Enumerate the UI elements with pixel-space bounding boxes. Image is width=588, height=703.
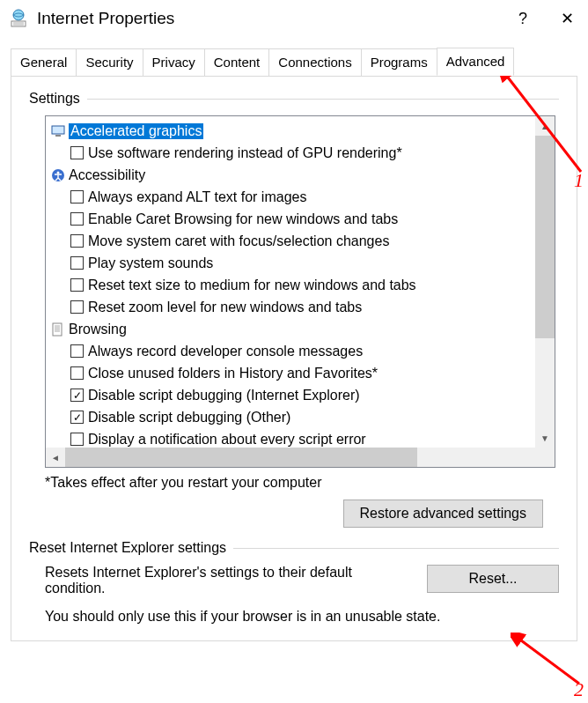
svg-rect-5 [55, 135, 61, 137]
annotation-arrow-2 [511, 633, 588, 694]
divider [233, 548, 559, 549]
tree-option[interactable]: Disable script debugging (Internet Explo… [48, 384, 514, 406]
tab-connections[interactable]: Connections [268, 48, 361, 77]
category-label: Accessibility [69, 167, 145, 183]
tab-content[interactable]: Content [204, 48, 270, 77]
svg-rect-4 [52, 126, 64, 134]
option-label: Reset text size to medium for new window… [88, 278, 416, 293]
tab-privacy[interactable]: Privacy [143, 48, 205, 77]
tree-option[interactable]: Play system sounds [48, 252, 514, 274]
tree-option[interactable]: Disable script debugging (Other) [48, 406, 514, 428]
checkbox[interactable] [70, 256, 84, 270]
tab-bar: General Security Privacy Content Connect… [11, 48, 577, 76]
scroll-down-icon[interactable]: ▼ [535, 428, 555, 448]
tree-option[interactable]: Reset text size to medium for new window… [48, 274, 514, 296]
checkbox[interactable] [70, 366, 84, 380]
tree-option[interactable]: Always expand ALT text for images [48, 186, 514, 208]
checkbox[interactable] [70, 300, 84, 314]
svg-rect-1 [11, 21, 26, 26]
svg-line-14 [518, 638, 579, 684]
reset-description: Resets Internet Explorer's settings to t… [45, 565, 362, 596]
category-label: Browsing [69, 322, 127, 337]
tree-option[interactable]: Close unused folders in History and Favo… [48, 362, 514, 384]
monitor-icon [51, 124, 65, 138]
accessibility-icon [51, 168, 65, 182]
restore-advanced-button[interactable]: Restore advanced settings [343, 500, 543, 528]
option-label: Always expand ALT text for images [88, 189, 306, 205]
tab-advanced[interactable]: Advanced [437, 48, 515, 76]
tab-general[interactable]: General [11, 48, 77, 77]
window-title: Internet Properties [37, 9, 518, 28]
page-icon [51, 322, 65, 337]
tree-option[interactable]: Move system caret with focus/selection c… [48, 230, 514, 252]
tree-option[interactable]: Always record developer console messages [48, 340, 514, 362]
hscroll-thumb[interactable] [65, 448, 417, 467]
settings-group-header: Settings [29, 91, 559, 107]
scroll-left-icon[interactable]: ◄ [46, 448, 65, 467]
tab-programs[interactable]: Programs [361, 48, 437, 77]
restart-footnote: *Takes effect after you restart your com… [45, 475, 559, 491]
option-label: Disable script debugging (Other) [88, 410, 290, 426]
annotation-label-2: 2 [574, 678, 584, 701]
checkbox[interactable] [70, 344, 84, 358]
tree-option[interactable]: Use software rendering instead of GPU re… [48, 142, 514, 164]
tree-option[interactable]: Reset zoom level for new windows and tab… [48, 296, 514, 318]
divider [87, 99, 559, 100]
tree-category[interactable]: Accessibility [48, 164, 514, 186]
checkbox[interactable] [70, 388, 84, 402]
option-label: Reset zoom level for new windows and tab… [88, 300, 362, 315]
internet-options-icon [9, 9, 28, 28]
vertical-scrollbar[interactable]: ▲ ▼ [535, 116, 555, 448]
option-label: Move system caret with focus/selection c… [88, 233, 389, 249]
checkbox[interactable] [70, 234, 84, 248]
svg-point-7 [57, 171, 60, 174]
reset-button[interactable]: Reset... [427, 565, 559, 593]
checkbox[interactable] [70, 146, 84, 159]
checkbox[interactable] [70, 411, 84, 424]
option-label: Display a notification about every scrip… [88, 432, 366, 448]
checkbox[interactable] [70, 190, 84, 204]
vscroll-track[interactable] [535, 136, 555, 428]
reset-label: Reset Internet Explorer settings [29, 540, 226, 556]
settings-tree[interactable]: Accelerated graphicsUse software renderi… [45, 115, 555, 468]
svg-point-0 [13, 10, 24, 20]
help-button[interactable]: ? [518, 10, 527, 28]
option-label: Play system sounds [88, 255, 213, 271]
category-label: Accelerated graphics [69, 123, 203, 139]
tab-security[interactable]: Security [76, 48, 143, 77]
option-label: Always record developer console messages [88, 344, 363, 359]
checkbox[interactable] [70, 433, 84, 446]
checkbox[interactable] [70, 212, 84, 226]
advanced-panel: Settings Accelerated graphicsUse softwar… [11, 76, 577, 641]
tree-option[interactable]: Enable Caret Browsing for new windows an… [48, 208, 514, 230]
reset-warning: You should only use this if your browser… [45, 609, 559, 625]
option-label: Disable script debugging (Internet Explo… [88, 388, 360, 403]
checkbox[interactable] [70, 278, 84, 292]
horizontal-scrollbar[interactable]: ◄ ► [46, 448, 555, 467]
vscroll-thumb[interactable] [535, 136, 555, 338]
option-label: Enable Caret Browsing for new windows an… [88, 211, 398, 227]
reset-group-header: Reset Internet Explorer settings [29, 540, 559, 556]
titlebar: Internet Properties ? ✕ [0, 0, 588, 39]
tree-option[interactable]: Display a notification about every scrip… [48, 428, 514, 448]
close-button[interactable]: ✕ [557, 9, 577, 28]
option-label: Use software rendering instead of GPU re… [88, 145, 402, 161]
scroll-corner [535, 448, 555, 467]
settings-label: Settings [29, 91, 80, 107]
option-label: Close unused folders in History and Favo… [88, 366, 378, 381]
tree-category[interactable]: Accelerated graphics [48, 120, 514, 142]
hscroll-track[interactable] [65, 448, 535, 467]
tree-category[interactable]: Browsing [48, 318, 514, 340]
scroll-up-icon[interactable]: ▲ [535, 116, 555, 136]
